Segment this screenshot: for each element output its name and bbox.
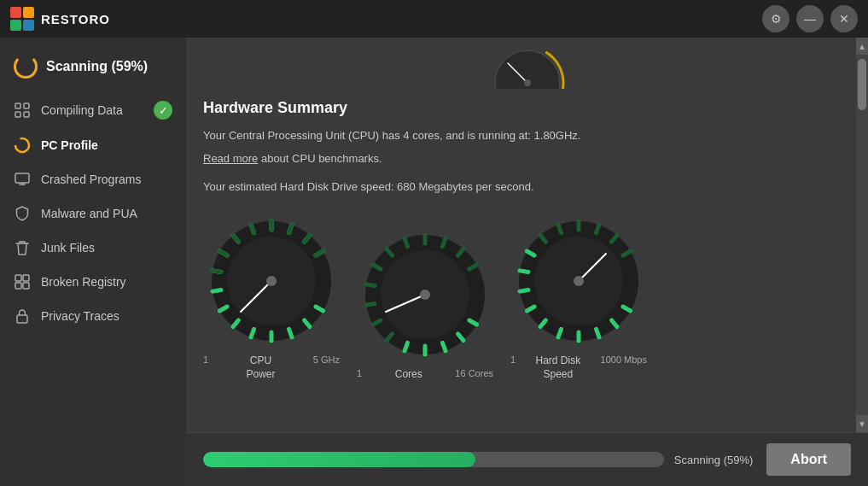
abort-button[interactable]: Abort [766,443,851,476]
sidebar-item-label: Compiling Data [41,103,143,117]
sidebar-item-junk-files[interactable]: Junk Files [0,231,186,265]
svg-line-57 [443,343,446,350]
sidebar-item-label: Crashed Programs [41,173,172,186]
content-scroll: Hardware Summary Your Central Processing… [186,38,868,432]
gauge-cpu-max: 5 GHz [313,354,340,381]
sidebar-item-crashed-programs[interactable]: Crashed Programs [0,162,186,196]
gauge-hard-disk: 1 Hard Disk Speed 1000 Mbps [510,213,647,381]
scrollbar-up-button[interactable]: ▲ [856,38,868,55]
main-content: Hardware Summary Your Central Processing… [203,99,851,382]
svg-line-34 [213,290,221,292]
content-area: Hardware Summary Your Central Processing… [186,38,868,486]
svg-line-88 [597,225,599,233]
hard-disk-gauge-svg [510,213,647,349]
svg-line-62 [366,303,375,305]
scan-status-label: Scanning (59%) [46,59,148,74]
gauge-cpu-power: 1 CPU Power 5 GHz [203,213,340,381]
read-more-text: Read more about CPU benchmarks. [203,150,834,168]
svg-line-83 [520,271,528,272]
trash-icon [14,239,31,256]
scrollbar-thumb[interactable] [858,59,866,110]
app-logo: RESTORO [10,7,110,31]
svg-line-59 [405,343,407,350]
settings-button[interactable]: ⚙ [762,5,789,32]
sidebar-item-compiling-data[interactable]: Compiling Data ✓ [0,92,186,128]
gauge-hd-min: 1 [510,354,516,381]
svg-point-53 [266,276,277,286]
svg-rect-1 [23,7,34,18]
svg-line-31 [251,330,253,337]
svg-line-43 [213,271,221,272]
svg-line-68 [443,238,446,246]
svg-rect-12 [15,283,21,289]
svg-point-25 [524,79,531,86]
svg-rect-11 [23,275,29,281]
sidebar-item-broken-registry[interactable]: Broken Registry [0,265,186,299]
svg-point-93 [574,276,584,286]
app-title: RESTORO [41,12,110,26]
svg-line-63 [366,284,375,286]
svg-line-46 [251,225,253,233]
svg-line-29 [289,330,292,337]
main-layout: Scanning (59%) Compiling Data ✓ PC Profi… [0,38,868,486]
gauge-cpu-label-row: 1 CPU Power 5 GHz [203,354,340,381]
sidebar-item-label: Malware and PUA [41,207,172,220]
progress-label: Scanning (59%) [674,454,754,466]
svg-line-77 [597,330,599,337]
bottom-bar: Scanning (59%) Abort [186,432,868,486]
circle-icon [14,137,31,154]
cores-gauge-svg [357,226,493,363]
gauge-cores-center-label: Cores [395,368,422,382]
sidebar: Scanning (59%) Compiling Data ✓ PC Profi… [0,38,186,486]
close-button[interactable]: ✕ [830,5,858,32]
scrollbar-down-button[interactable]: ▼ [856,415,868,432]
gauge-hd-max: 1000 Mbps [601,354,647,381]
svg-rect-4 [15,103,20,108]
svg-line-82 [520,290,528,292]
gauge-row: 1 CPU Power 5 GHz [203,213,834,381]
sidebar-item-malware-pua[interactable]: Malware and PUA [0,196,186,231]
restoro-logo-icon [10,7,34,31]
section-title: Hardware Summary [203,99,834,117]
progress-container: Scanning (59%) [203,452,753,467]
scan-status: Scanning (59%) [0,44,186,92]
minimize-button[interactable]: — [796,5,824,32]
gauge-hd-center-label: Hard Disk Speed [536,354,581,381]
svg-rect-2 [10,20,21,31]
sidebar-item-label: Junk Files [41,241,172,255]
cpu-info-text: Your Central Processing Unit (CPU) has 4… [203,127,834,145]
grid-icon [14,102,31,119]
top-gauge-partial [203,38,851,92]
gauge-cores: 1 Cores 16 Cores [357,226,493,382]
cpu-gauge-svg [203,213,340,349]
svg-rect-6 [15,112,20,117]
svg-line-79 [558,330,561,337]
partial-gauge-svg [489,44,566,89]
progress-track [203,452,664,467]
sidebar-item-label: Privacy Traces [41,309,172,323]
svg-rect-14 [17,315,27,323]
progress-fill [203,452,475,467]
svg-point-8 [15,138,29,152]
grid2-icon [14,273,31,290]
titlebar: RESTORO ⚙ — ✕ [0,0,868,38]
svg-rect-13 [23,283,29,289]
svg-rect-10 [15,275,21,281]
svg-rect-0 [10,7,21,18]
scan-spinner-icon [14,55,38,79]
window-controls: ⚙ — ✕ [762,5,858,32]
svg-line-86 [558,225,561,233]
gauge-hard-disk-label-row: 1 Hard Disk Speed 1000 Mbps [510,354,647,381]
hdd-info-text: Your estimated Hard Disk Drive speed: 68… [203,179,834,196]
read-more-link[interactable]: Read more [203,152,258,165]
sidebar-item-privacy-traces[interactable]: Privacy Traces [0,299,186,333]
svg-line-48 [289,225,292,233]
sidebar-item-pc-profile[interactable]: PC Profile [0,128,186,162]
svg-rect-3 [23,20,34,31]
svg-rect-7 [24,112,29,117]
svg-rect-9 [15,173,29,183]
gauge-cores-max: 16 Cores [455,368,493,382]
sidebar-item-label: Broken Registry [41,275,172,289]
check-icon: ✓ [154,101,172,120]
gauge-cores-min: 1 [357,368,362,382]
